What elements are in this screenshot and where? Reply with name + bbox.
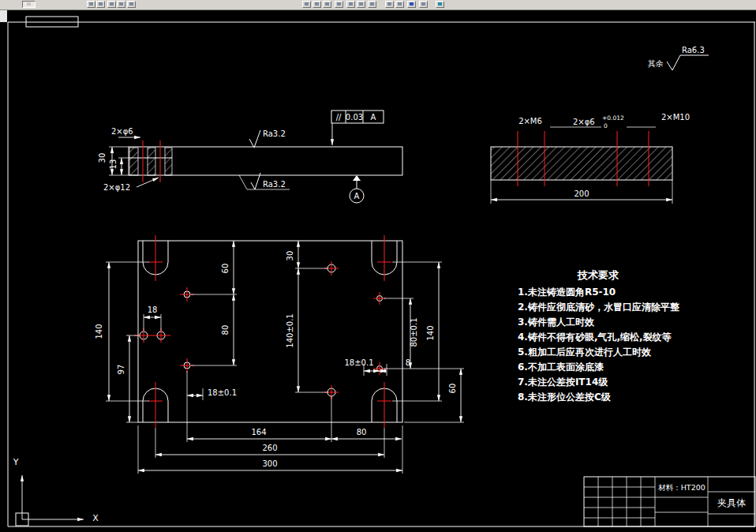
dim-164: 164 (251, 428, 266, 436)
toolbar-button[interactable] (335, 1, 343, 8)
surface-finish-note: 其余 Ra6.3 (648, 46, 709, 70)
technical-requirements: 技术要求 1.未注铸造圆角R5-10 2.铸件应彻底清砂，水冒口应清除平整 3.… (518, 269, 680, 403)
gdt-frame: // 0.03 A (331, 111, 384, 145)
toolbar-button[interactable] (323, 1, 331, 8)
sheet-frame (8, 17, 755, 526)
dim-18-tol-bottom: 18±0.1 (208, 388, 237, 397)
toolbar-button[interactable] (368, 1, 376, 8)
dim-140-tol: 140±0.1 (286, 313, 294, 347)
roughness-symbol-icon (249, 130, 260, 148)
toolbar-button[interactable] (385, 1, 394, 8)
datum-a: A (350, 175, 364, 203)
gdt-value: 0.03 (346, 113, 363, 122)
toolbar-button[interactable] (436, 1, 444, 8)
toolbar-button[interactable] (96, 1, 105, 8)
dim-13-side: 13 (109, 159, 118, 170)
dim-18-tol-right: 18±0.1 (344, 358, 373, 367)
tech-item: 4.铸件不得有砂眼,气孔,缩松,裂纹等 (518, 332, 672, 343)
toolbar-button[interactable] (357, 1, 365, 8)
dim-2xphi6: 2×φ6 (111, 127, 133, 136)
left-edge-chip (0, 9, 7, 22)
datum-a-label: A (354, 192, 360, 200)
tech-item: 8.未注形位公差按C级 (518, 392, 612, 403)
dim-300: 300 (262, 459, 277, 468)
roughness-value: Ra6.3 (682, 46, 705, 54)
toolbar-field[interactable] (22, 1, 36, 8)
cad-application-window: 其余 Ra6.3 // 0.03 A 30 13 2× (0, 0, 756, 532)
side-view: 30 13 2×φ6 2×φ12 Ra3.2 Ra3.2 A (98, 127, 402, 203)
toolbar-button[interactable] (346, 1, 355, 8)
toolbar-button[interactable] (302, 1, 311, 8)
ra-top: Ra3.2 (263, 129, 286, 138)
plan-view: 140 97 18 60 80 30 140±0.1 18±0.1 18±0.1… (95, 235, 464, 474)
tech-item: 1.未注铸造圆角R5-10 (518, 287, 616, 298)
dim-80-tol: 80±0.1 (410, 317, 418, 347)
tech-title: 技术要求 (577, 269, 619, 281)
section-view: 2×M6 2×φ6 +0.012 0 2×M10 200 (491, 113, 690, 204)
roughness-symbol-icon (667, 55, 709, 70)
tech-item: 3.铸件需人工时效 (518, 317, 595, 328)
dim-60: 60 (221, 264, 230, 274)
dim-18-pair: 18 (148, 305, 158, 314)
toolbar-button[interactable] (107, 1, 116, 8)
toolbar-button[interactable] (419, 1, 428, 8)
dim-200: 200 (574, 189, 589, 198)
dim-80: 80 (221, 325, 230, 335)
toolbar (0, 0, 756, 10)
toolbar-button[interactable] (313, 1, 321, 8)
dim-8: 8 (406, 358, 410, 367)
hole-centerlines (134, 261, 386, 399)
toolbar-button[interactable] (127, 1, 136, 8)
dim-260: 260 (262, 444, 277, 452)
ra-bottom: Ra3.2 (263, 180, 286, 189)
gdt-datum-ref: A (371, 113, 376, 122)
dim-30-side: 30 (98, 153, 107, 163)
ucs-y-label: Y (13, 457, 19, 467)
rest-label: 其余 (648, 59, 664, 68)
gdt-symbol: // (336, 113, 342, 122)
tech-item: 5.粗加工后应再次进行人工时效 (518, 347, 652, 358)
toolbar-button[interactable] (395, 1, 404, 8)
toolbar-button[interactable] (407, 1, 416, 8)
dim-140-left: 140 (95, 324, 103, 339)
dim-tol-lower: 0 (604, 122, 608, 129)
dim-2xphi6-fit: 2×φ6 (573, 118, 595, 126)
material-label: 材料：HT200 (657, 483, 705, 492)
tech-item: 2.铸件应彻底清砂，水冒口应清除平整 (518, 302, 680, 313)
tech-item: 7.未注公差按IT14级 (518, 377, 608, 388)
dim-tol-upper: +0.012 (602, 114, 624, 122)
dim-2xm10: 2×M10 (661, 113, 690, 122)
toolbar-button[interactable] (117, 1, 125, 8)
tech-item: 6.不加工表面涂底漆 (518, 362, 604, 373)
drawing-svg: 其余 Ra6.3 // 0.03 A 30 13 2× (0, 0, 756, 532)
drawing-canvas[interactable]: 其余 Ra6.3 // 0.03 A 30 13 2× (0, 0, 756, 532)
dim-2xm6: 2×M6 (518, 117, 542, 126)
dim-2xphi12: 2×φ12 (103, 183, 130, 192)
part-name: 夹具体 (717, 497, 746, 508)
dim-30: 30 (286, 251, 294, 261)
dim-60-right: 60 (448, 384, 457, 394)
ucs-icon: Y X (13, 457, 99, 526)
dim-80-bottom: 80 (357, 428, 367, 436)
title-block: 材料：HT200 夹具体 (584, 477, 755, 526)
dim-97: 97 (117, 365, 125, 375)
dim-140-right: 140 (426, 325, 435, 340)
ucs-x-label: X (92, 513, 99, 523)
toolbar-button[interactable] (87, 1, 95, 8)
